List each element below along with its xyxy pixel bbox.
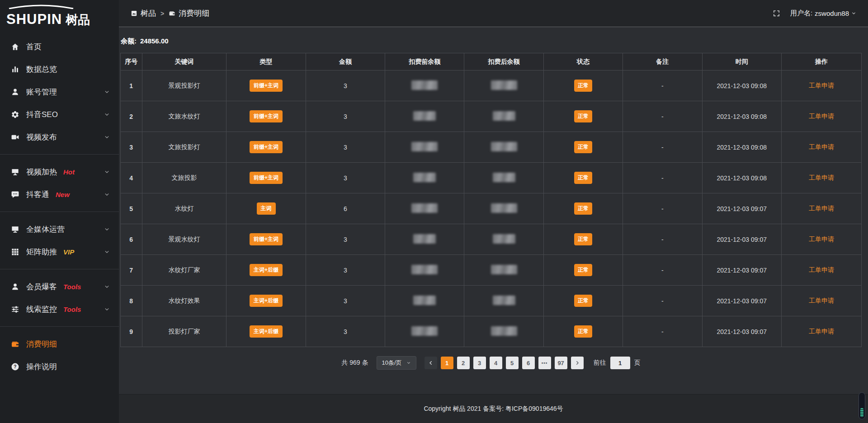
page-button-5[interactable]: 5 bbox=[506, 357, 519, 369]
app-icon bbox=[131, 10, 137, 17]
sidebar-item-operation-guide[interactable]: ?操作说明 bbox=[0, 355, 119, 378]
sidebar-item-member-baoke[interactable]: 会员爆客Tools bbox=[0, 275, 119, 298]
sidebar-item-douyin-seo[interactable]: 抖音SEO bbox=[0, 103, 119, 126]
page-button-3[interactable]: 3 bbox=[473, 357, 486, 369]
cell-pre-balance bbox=[385, 101, 464, 132]
cell-pre-balance bbox=[385, 163, 464, 193]
sidebar-item-matrix-boost[interactable]: 矩阵助推VIP bbox=[0, 240, 119, 263]
sidebar-item-label: 视频加热 bbox=[26, 167, 57, 177]
sidebar-item-tag: Tools bbox=[63, 283, 81, 291]
column-header-remark: 备注 bbox=[623, 53, 702, 70]
sidebar-item-data-overview[interactable]: 数据总览 bbox=[0, 58, 119, 80]
type-badge: 前缀+主词 bbox=[250, 80, 283, 92]
work-order-link[interactable]: 工单申请 bbox=[809, 174, 834, 181]
sidebar-item-consumption-details[interactable]: 消费明细 bbox=[0, 333, 119, 355]
menu-divider bbox=[0, 212, 119, 212]
next-page-button[interactable] bbox=[571, 357, 584, 369]
video-camera-icon bbox=[11, 133, 19, 141]
sidebar-item-label: 首页 bbox=[26, 42, 42, 52]
sidebar-item-label: 操作说明 bbox=[26, 362, 57, 372]
page-button-97[interactable]: 97 bbox=[555, 357, 567, 369]
column-header-type: 类型 bbox=[226, 53, 306, 70]
cell-type: 主词+后缀 bbox=[226, 286, 306, 316]
cell-time: 2021-12-03 09:07 bbox=[702, 316, 781, 347]
cell-type: 主词+后缀 bbox=[226, 255, 306, 286]
cell-time: 2021-12-03 09:07 bbox=[702, 193, 781, 224]
cell-no: 7 bbox=[121, 255, 142, 286]
user-menu[interactable]: 用户名: zswodun88 bbox=[790, 9, 856, 18]
cell-time: 2021-12-03 09:08 bbox=[702, 132, 781, 163]
sidebar-item-tag: VIP bbox=[63, 248, 74, 256]
work-order-link[interactable]: 工单申请 bbox=[809, 143, 834, 150]
breadcrumb-item-1[interactable]: 消费明细 bbox=[169, 8, 209, 19]
cell-keyword: 水纹灯效果 bbox=[142, 286, 226, 316]
cell-post-balance bbox=[464, 70, 543, 101]
cell-post-balance bbox=[464, 193, 543, 224]
censored-value bbox=[493, 296, 515, 305]
censored-value bbox=[411, 265, 438, 274]
sidebar-item-tag: Hot bbox=[63, 168, 75, 176]
topbar: 树品>消费明细 用户名: zswodun88 bbox=[119, 0, 868, 27]
page-button-6[interactable]: 6 bbox=[522, 357, 535, 369]
sidebar-item-video-publish[interactable]: 视频发布 bbox=[0, 126, 119, 148]
work-order-link[interactable]: 工单申请 bbox=[809, 205, 834, 212]
work-order-link[interactable]: 工单申请 bbox=[809, 328, 834, 335]
breadcrumb-label: 树品 bbox=[141, 8, 156, 19]
cell-action: 工单申请 bbox=[781, 101, 861, 132]
breadcrumb-item-0[interactable]: 树品 bbox=[131, 8, 156, 19]
cell-remark: - bbox=[623, 286, 702, 316]
cell-pre-balance bbox=[385, 286, 464, 316]
prev-page-button[interactable] bbox=[425, 357, 437, 369]
cell-action: 工单申请 bbox=[781, 255, 861, 286]
page-button-2[interactable]: 2 bbox=[457, 357, 470, 369]
app: SHUPIN 树品 首页数据总览账号管理抖音SEO视频发布视频加热Hot抖客通N… bbox=[0, 0, 868, 423]
table-row-6: 6景观水纹灯前缀+主词3正常-2021-12-03 09:07工单申请 bbox=[121, 224, 862, 255]
cell-status: 正常 bbox=[543, 101, 623, 132]
sidebar-item-home[interactable]: 首页 bbox=[0, 35, 119, 58]
cell-post-balance bbox=[464, 132, 543, 163]
sidebar-item-label: 账号管理 bbox=[26, 87, 57, 97]
fullscreen-icon[interactable] bbox=[773, 9, 780, 17]
table-row-2: 2文旅水纹灯前缀+主词3正常-2021-12-03 09:08工单申请 bbox=[121, 101, 862, 132]
cell-no: 2 bbox=[121, 101, 142, 132]
wallet-icon bbox=[169, 10, 175, 17]
main-content: 余额: 24856.00 序号关键词类型金额扣费前余额扣费后余额状态备注时间操作… bbox=[119, 27, 868, 394]
more-pages-button[interactable]: ••• bbox=[538, 357, 551, 369]
table-row-4: 4文旅投影前缀+主词3正常-2021-12-03 09:08工单申请 bbox=[121, 163, 862, 193]
cell-action: 工单申请 bbox=[781, 163, 861, 193]
work-order-link[interactable]: 工单申请 bbox=[809, 82, 834, 89]
cell-status: 正常 bbox=[543, 255, 623, 286]
work-order-link[interactable]: 工单申请 bbox=[809, 113, 834, 120]
status-badge: 正常 bbox=[574, 264, 592, 276]
status-badge: 正常 bbox=[574, 233, 592, 245]
column-header-status: 状态 bbox=[543, 53, 623, 70]
goto-page-input[interactable]: 1 bbox=[610, 357, 630, 369]
sidebar-item-account-management[interactable]: 账号管理 bbox=[0, 80, 119, 103]
monitor-icon bbox=[11, 225, 19, 234]
cell-amount: 3 bbox=[306, 255, 385, 286]
balance-label: 余额: bbox=[121, 37, 137, 46]
page-size-select[interactable]: 10条/页 bbox=[377, 356, 416, 370]
cell-post-balance bbox=[464, 101, 543, 132]
censored-value bbox=[491, 265, 517, 274]
page-button-1[interactable]: 1 bbox=[441, 357, 453, 369]
cell-pre-balance bbox=[385, 316, 464, 347]
sidebar-item-all-media-operation[interactable]: 全媒体运营 bbox=[0, 218, 119, 240]
page-button-4[interactable]: 4 bbox=[490, 357, 502, 369]
gear-icon bbox=[11, 110, 19, 119]
sidebar-item-lead-monitoring[interactable]: 线索监控Tools bbox=[0, 298, 119, 320]
sidebar-item-doukertong[interactable]: 抖客通New bbox=[0, 183, 119, 206]
cell-action: 工单申请 bbox=[781, 193, 861, 224]
cell-amount: 3 bbox=[306, 224, 385, 255]
work-order-link[interactable]: 工单申请 bbox=[809, 235, 834, 243]
sidebar-item-label: 消费明细 bbox=[26, 339, 57, 349]
work-order-link[interactable]: 工单申请 bbox=[809, 297, 834, 304]
sidebar-item-label: 全媒体运营 bbox=[26, 224, 65, 235]
work-order-link[interactable]: 工单申请 bbox=[809, 266, 834, 273]
column-header-pre-balance: 扣费前余额 bbox=[385, 53, 464, 70]
sidebar-item-video-heating[interactable]: 视频加热Hot bbox=[0, 160, 119, 183]
cell-action: 工单申请 bbox=[781, 132, 861, 163]
cell-post-balance bbox=[464, 316, 543, 347]
breadcrumb-label: 消费明细 bbox=[179, 8, 209, 19]
status-badge: 正常 bbox=[574, 110, 592, 122]
